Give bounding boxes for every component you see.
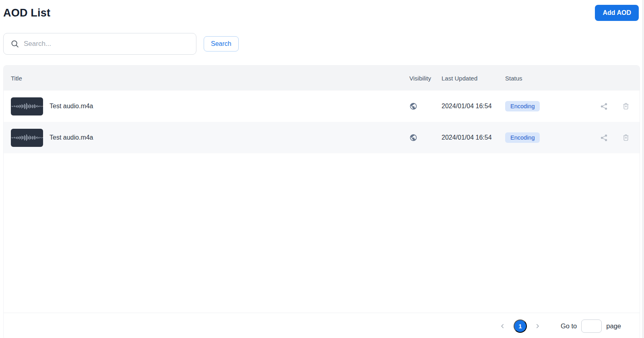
audio-waveform-thumbnail [11, 129, 43, 147]
trash-icon [622, 102, 630, 110]
column-header-last-updated: Last Updated [442, 75, 505, 82]
next-page-button[interactable] [533, 321, 543, 332]
trash-icon [622, 134, 630, 142]
share-button[interactable] [600, 102, 608, 111]
waveform-graphic [11, 103, 43, 109]
delete-button[interactable] [622, 134, 630, 142]
magnifier-icon [10, 39, 19, 48]
column-header-title: Title [11, 75, 409, 82]
page-header: AOD List Add AOD [0, 0, 644, 21]
status-badge: Encoding [505, 101, 540, 112]
share-icon [600, 134, 608, 142]
chevron-left-icon [499, 323, 506, 330]
page-unit-label: page [606, 322, 621, 330]
table-row[interactable]: Test audio.m4a 2024/01/04 16:54 Encoding [4, 91, 640, 122]
vertical-scrollbar[interactable] [642, 0, 644, 338]
audio-waveform-thumbnail [11, 97, 43, 115]
previous-page-button[interactable] [497, 321, 508, 332]
aod-title: Test audio.m4a [50, 134, 93, 141]
last-updated-value: 2024/01/04 16:54 [442, 103, 492, 109]
delete-button[interactable] [622, 102, 630, 110]
goto-label: Go to [561, 322, 577, 330]
goto-page-input[interactable] [581, 319, 602, 333]
search-row: Search [3, 33, 644, 55]
aod-table-card: Title Visibility Last Updated Status Tes… [3, 65, 640, 338]
add-aod-button[interactable]: Add AOD [595, 5, 639, 21]
aod-title: Test audio.m4a [50, 103, 93, 110]
search-box[interactable] [3, 33, 196, 55]
table-empty-area [4, 153, 640, 313]
waveform-graphic [11, 134, 43, 141]
search-input[interactable] [24, 40, 190, 48]
share-button[interactable] [600, 134, 608, 142]
public-globe-icon [409, 134, 417, 142]
current-page-button[interactable]: 1 [514, 319, 527, 333]
page-title: AOD List [3, 7, 50, 19]
pagination-bar: 1 Go to page [4, 313, 640, 338]
search-button[interactable]: Search [204, 36, 239, 52]
public-globe-icon [409, 102, 417, 110]
chevron-right-icon [534, 323, 541, 330]
column-header-visibility: Visibility [409, 75, 442, 82]
table-header-row: Title Visibility Last Updated Status [4, 66, 640, 91]
status-badge: Encoding [505, 132, 540, 143]
last-updated-value: 2024/01/04 16:54 [442, 134, 492, 141]
column-header-status: Status [505, 75, 574, 82]
table-row[interactable]: Test audio.m4a 2024/01/04 16:54 Encoding [4, 122, 640, 153]
share-icon [600, 102, 608, 111]
